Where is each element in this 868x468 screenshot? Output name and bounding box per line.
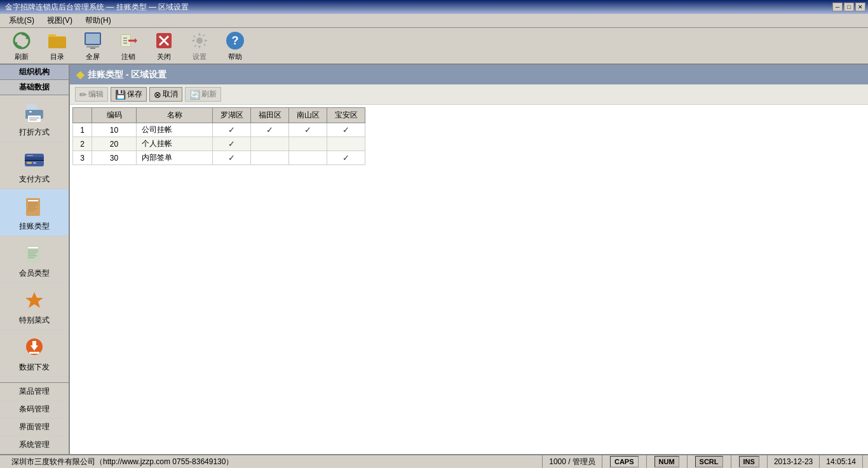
col-code: 编码 <box>92 108 137 123</box>
refresh-ct-button[interactable]: 🔄 刷新 <box>185 87 221 102</box>
payment-icon <box>22 147 47 173</box>
svg-rect-33 <box>27 155 33 156</box>
refresh-ct-icon: 🔄 <box>189 90 200 100</box>
save-icon: 💾 <box>115 90 126 100</box>
payment-label: 支付方式 <box>19 174 50 185</box>
svg-rect-7 <box>86 46 99 48</box>
toolbar-fullscreen[interactable]: 全屏 <box>76 30 109 62</box>
toolbar-close[interactable]: 关闭 <box>147 30 180 62</box>
sidebar-item-download[interactable]: 数据下发 <box>0 330 69 377</box>
svg-rect-27 <box>29 119 37 121</box>
table-row[interactable]: 110公司挂帐✓✓✓✓ <box>73 123 365 137</box>
svg-point-19 <box>196 37 203 44</box>
main-layout: 组织机构 基础数据 打折方式 <box>0 65 868 454</box>
status-userinfo: 1000 / 管理员 <box>543 455 602 468</box>
print-mode-label: 打折方式 <box>19 127 50 138</box>
title-text: 金字招牌连锁店后台管理系统 — 挂账类型 — 区域设置 <box>3 2 832 13</box>
col-luohu: 罗湖区 <box>213 108 251 123</box>
help-icon: ? <box>225 30 245 51</box>
svg-marker-12 <box>135 38 137 43</box>
download-label: 数据下发 <box>19 362 50 373</box>
svg-rect-40 <box>28 210 34 211</box>
save-button[interactable]: 💾 保存 <box>111 87 147 102</box>
caps-badge: CAPS <box>610 456 639 467</box>
svg-rect-25 <box>29 111 32 112</box>
content-header-title: 挂账类型 - 区域设置 <box>88 69 166 81</box>
check-mark: ✓ <box>342 125 349 135</box>
svg-text:?: ? <box>232 34 239 47</box>
maximize-button[interactable]: □ <box>844 3 854 11</box>
status-ins: INS <box>731 455 768 468</box>
sidebar-interface[interactable]: 界面管理 <box>0 418 69 436</box>
cancel-button[interactable]: ⊗ 取消 <box>149 87 182 102</box>
special-label: 特别菜式 <box>19 315 50 326</box>
edit-button[interactable]: ✏ 编辑 <box>75 87 108 102</box>
sidebar-dishes[interactable]: 菜品管理 <box>0 383 69 401</box>
svg-rect-47 <box>28 257 34 258</box>
user-info-text: 1000 / 管理员 <box>549 457 595 467</box>
logout-label: 注销 <box>121 52 135 62</box>
refresh-ct-label: 刷新 <box>201 89 217 100</box>
sidebar-item-special[interactable]: 特别菜式 <box>0 283 69 330</box>
cancel-label: 取消 <box>163 89 178 100</box>
time-text: 14:05:14 <box>826 457 856 466</box>
table-row[interactable]: 220个人挂帐✓ <box>73 137 365 151</box>
check-mark: ✓ <box>228 125 235 135</box>
svg-rect-24 <box>28 116 41 122</box>
svg-rect-6 <box>86 34 100 44</box>
svg-rect-39 <box>28 208 37 210</box>
special-icon <box>22 288 47 314</box>
toolbar-logout[interactable]: 注销 <box>112 30 145 62</box>
toolbar-settings: 设置 <box>183 30 216 62</box>
sidebar-item-member[interactable]: 会员类型 <box>0 236 69 283</box>
status-bar: 深圳市三度软件有限公司（http://www.jzzp.com 0755-836… <box>0 454 868 468</box>
minimize-button[interactable]: ─ <box>832 3 843 11</box>
sidebar-section-header: 组织机构 <box>0 65 69 80</box>
menu-system[interactable]: 系统(S) <box>4 14 39 27</box>
status-company: 深圳市三度软件有限公司（http://www.jzzp.com 0755-836… <box>5 455 543 468</box>
refresh-label: 刷新 <box>15 52 29 62</box>
toolbar-catalog[interactable]: 目录 <box>41 30 74 62</box>
svg-rect-36 <box>28 203 38 204</box>
help-label: 帮助 <box>228 52 242 62</box>
sidebar-sysmanage[interactable]: 系统管理 <box>0 436 69 454</box>
window-buttons: ─ □ ✕ <box>832 3 865 11</box>
status-num: NUM <box>647 455 688 468</box>
svg-rect-32 <box>33 162 36 164</box>
print-mode-icon <box>22 100 47 126</box>
menu-help[interactable]: 帮助(H) <box>80 14 116 27</box>
toolbar-refresh[interactable]: 刷新 <box>5 30 38 62</box>
svg-point-0 <box>14 33 29 48</box>
member-icon <box>22 241 47 267</box>
edit-label: 编辑 <box>88 89 104 100</box>
menu-view[interactable]: 视图(V) <box>42 14 78 27</box>
refresh-icon <box>11 30 32 51</box>
fullscreen-icon <box>83 30 103 51</box>
sidebar-barcode[interactable]: 条码管理 <box>0 401 69 418</box>
svg-rect-4 <box>48 37 66 48</box>
sidebar-item-print[interactable]: 打折方式 <box>0 95 69 142</box>
svg-rect-26 <box>29 117 39 119</box>
scrl-badge: SCRL <box>695 456 723 467</box>
sidebar-item-payment[interactable]: 支付方式 <box>0 142 69 189</box>
check-mark: ✓ <box>304 125 311 135</box>
logout-icon <box>118 30 139 51</box>
close-icon <box>154 30 174 51</box>
check-mark: ✓ <box>228 139 235 149</box>
fullscreen-label: 全屏 <box>86 52 100 62</box>
check-mark: ✓ <box>228 153 235 163</box>
table-row[interactable]: 330内部签单✓✓ <box>73 151 365 165</box>
date-text: 2013-12-23 <box>774 457 813 466</box>
check-mark: ✓ <box>342 153 349 163</box>
save-label: 保存 <box>127 89 142 100</box>
close-button[interactable]: ✕ <box>855 3 865 11</box>
svg-rect-43 <box>28 250 38 251</box>
sidebar-item-credit[interactable]: 挂账类型 <box>0 189 69 236</box>
close-label: 关闭 <box>157 52 171 62</box>
download-icon <box>22 335 47 361</box>
svg-rect-50 <box>32 341 36 347</box>
ins-badge: INS <box>739 456 759 467</box>
toolbar-help[interactable]: ? 帮助 <box>219 30 252 62</box>
col-name: 名称 <box>137 108 213 123</box>
status-scrl: SCRL <box>688 455 731 468</box>
